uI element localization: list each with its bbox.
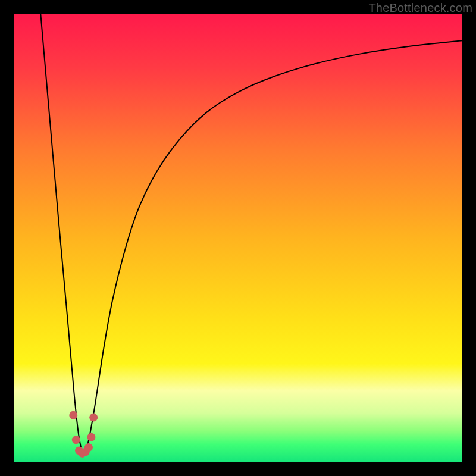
highlight-dot: [87, 433, 95, 441]
gradient-background: [14, 14, 462, 462]
bottleneck-chart: [14, 14, 462, 462]
watermark-text: TheBottleneck.com: [368, 1, 472, 15]
highlight-dot: [89, 414, 98, 422]
outer-frame: TheBottleneck.com: [0, 0, 476, 476]
highlight-dot: [84, 443, 93, 452]
highlight-dot: [69, 411, 77, 419]
highlight-dot: [72, 436, 80, 444]
plot-area: [14, 14, 462, 462]
